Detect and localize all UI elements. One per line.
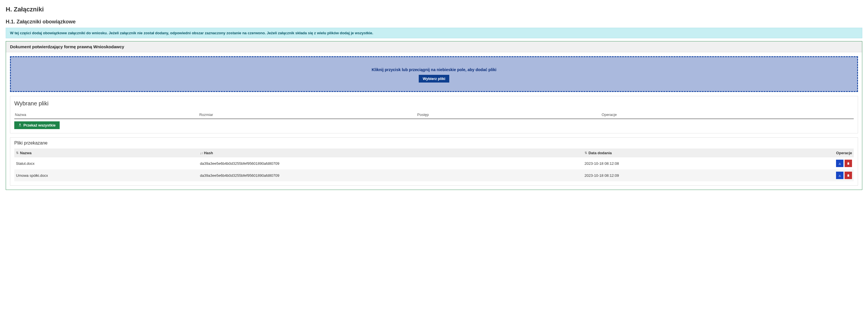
file-name-cell: Statut.docx [16,162,200,166]
attachment-panel: Dokument potwierdzający formę prawną Wni… [6,41,862,190]
dropzone-text: Kliknij przycisk lub przeciągnij na nieb… [15,67,853,72]
download-icon [838,174,841,177]
col-header-hash-label: Hash [204,151,213,155]
download-button[interactable] [836,160,843,167]
transferred-files-card: Pliki przekazane ⇅ Nazwa ↓↑ Hash ⇅ Data … [10,137,858,185]
col-header-ops: Operacje [785,151,852,155]
selected-files-card: Wybrane pliki Nazwa Rozmiar Postęp Opera… [10,96,858,134]
trash-icon [846,174,850,177]
file-dropzone[interactable]: Kliknij przycisk lub przeciągnij na nieb… [10,56,858,92]
file-date-cell: 2023-10-18 08:12:09 [585,173,785,178]
delete-button[interactable] [845,160,852,167]
col-header-ops-label: Operacje [836,151,852,155]
upload-all-button[interactable]: Przekaż wszystkie [14,121,60,129]
upload-all-label: Przekaż wszystkie [23,123,56,127]
selected-files-title: Wybrane pliki [14,100,854,107]
col-header-name-label: Nazwa [20,151,31,155]
sort-asc-icon: ↓↑ [200,151,203,155]
section-title: H. Załączniki [6,6,862,13]
transferred-files-title: Pliki przekazane [14,141,854,146]
choose-files-button[interactable]: Wybierz pliki [419,75,449,83]
file-hash-cell: da39a3ee5e6b4b0d3255bfef95601890afd80709 [200,162,584,166]
sort-icon: ⇅ [16,151,19,155]
file-date-cell: 2023-10-18 08:12:08 [585,162,785,166]
selected-files-header: Nazwa Rozmiar Postęp Operacje [14,111,854,118]
col-header-progress: Postęp [417,113,602,117]
info-alert: W tej części dodaj obowiązkowe załącznik… [6,28,862,38]
col-header-size: Rozmiar [199,113,417,117]
col-header-date-label: Data dodania [589,151,612,155]
file-hash-cell: da39a3ee5e6b4b0d3255bfef95601890afd80709 [200,173,584,178]
col-header-date-sortable[interactable]: ⇅ Data dodania [585,151,785,155]
table-row: Umowa spółki.docx da39a3ee5e6b4b0d3255bf… [14,169,854,181]
upload-icon [18,123,22,127]
file-name-cell: Umowa spółki.docx [16,173,200,178]
col-header-hash-sortable[interactable]: ↓↑ Hash [200,151,584,155]
subsection-title: H.1. Załączniki obowiązkowe [6,19,862,25]
transferred-header-row: ⇅ Nazwa ↓↑ Hash ⇅ Data dodania Operacje [14,148,854,157]
col-header-name-sortable[interactable]: ⇅ Nazwa [16,151,200,155]
panel-title: Dokument potwierdzający formę prawną Wni… [6,41,862,52]
delete-button[interactable] [845,172,852,179]
table-row: Statut.docx da39a3ee5e6b4b0d3255bfef9560… [14,157,854,169]
download-icon [838,162,841,165]
sort-icon: ⇅ [585,151,587,155]
trash-icon [846,162,850,165]
col-header-ops: Operacje [602,113,853,117]
col-header-name: Nazwa [15,113,199,117]
download-button[interactable] [836,172,843,179]
